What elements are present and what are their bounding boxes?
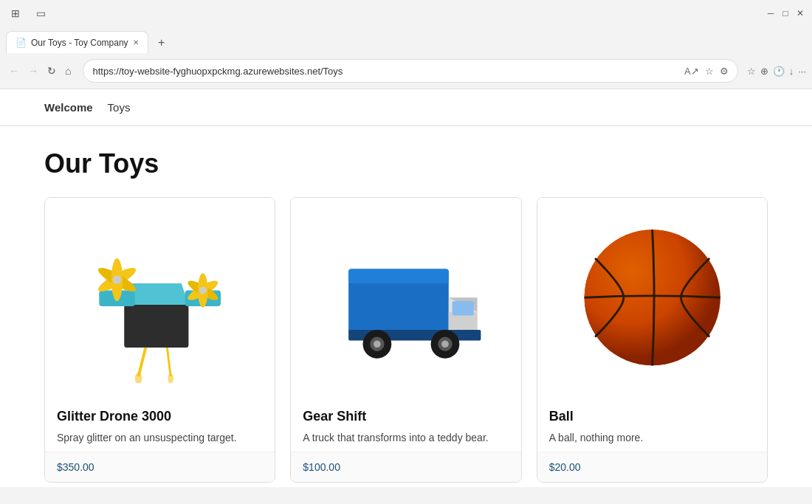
address-bar[interactable]: A↗ ☆ ⚙	[83, 59, 737, 83]
window-close-button[interactable]: ✕	[794, 7, 806, 19]
drone-price: $350.00	[45, 452, 275, 482]
browser-viewport: Welcome Toys Our Toys	[0, 89, 812, 487]
downloads-icon[interactable]: ↓	[789, 66, 794, 77]
tab-groups-icon[interactable]: ▭	[31, 4, 50, 23]
truck-svg	[306, 212, 506, 384]
window-controls: ─ □ ✕	[765, 7, 806, 19]
back-button[interactable]: ←	[6, 63, 22, 78]
svg-point-10	[113, 275, 122, 284]
tab-favicon: 📄	[16, 38, 27, 48]
ball-description: A ball, nothing more.	[549, 430, 755, 446]
site-navigation: Welcome Toys	[0, 89, 812, 126]
ball-image	[537, 198, 767, 397]
favorites-bar-icon[interactable]: ☆	[747, 66, 756, 77]
svg-rect-0	[124, 305, 188, 348]
svg-line-13	[167, 348, 171, 376]
toy-card-truck: Gear Shift A truck that transforms into …	[290, 197, 521, 483]
more-button[interactable]: ···	[798, 66, 806, 77]
drone-name: Glitter Drone 3000	[57, 409, 263, 424]
browser-window: ⊞ ▭ ─ □ ✕ 📄 Our Toys - Toy Company ✕ + ←…	[0, 0, 812, 487]
drone-image	[45, 198, 275, 397]
truck-description: A truck that transforms into a teddy bea…	[303, 430, 509, 446]
tab-close-button[interactable]: ✕	[133, 38, 139, 46]
truck-name: Gear Shift	[303, 409, 509, 424]
title-bar: ⊞ ▭ ─ □ ✕	[0, 0, 812, 27]
collections-icon[interactable]: ⊕	[760, 66, 768, 77]
svg-point-27	[374, 340, 381, 348]
truck-image	[291, 198, 520, 397]
truck-price: $100.00	[291, 452, 520, 482]
ball-name: Ball	[549, 409, 755, 424]
minimize-button[interactable]: ─	[765, 7, 777, 19]
tab-title: Our Toys - Toy Company	[31, 38, 128, 48]
new-tab-button[interactable]: +	[151, 32, 172, 53]
tab-bar: 📄 Our Toys - Toy Company ✕ +	[0, 27, 812, 53]
svg-rect-21	[453, 301, 474, 315]
svg-line-12	[139, 348, 146, 376]
active-tab[interactable]: 📄 Our Toys - Toy Company ✕	[6, 31, 148, 53]
ball-card-body: Ball A ball, nothing more.	[537, 397, 767, 452]
ball-price: $20.00	[537, 452, 767, 482]
svg-rect-17	[348, 269, 449, 283]
ball-svg	[552, 212, 752, 384]
truck-card-body: Gear Shift A truck that transforms into …	[291, 397, 520, 452]
refresh-button[interactable]: ↻	[44, 63, 59, 78]
svg-point-15	[168, 373, 173, 384]
toys-grid: Glitter Drone 3000 Spray glitter on an u…	[44, 197, 768, 483]
favorites-icon[interactable]: ☆	[705, 66, 714, 77]
drone-card-body: Glitter Drone 3000 Spray glitter on an u…	[45, 397, 275, 452]
toy-card-drone: Glitter Drone 3000 Spray glitter on an u…	[44, 197, 275, 483]
welcome-nav-link[interactable]: Welcome	[44, 101, 93, 114]
address-icons: A↗ ☆ ⚙	[684, 66, 729, 77]
toy-card-ball: Ball A ball, nothing more. $20.00	[537, 197, 768, 483]
workspaces-icon[interactable]: ⊞	[6, 4, 25, 23]
title-bar-left: ⊞ ▭	[6, 4, 50, 23]
home-button[interactable]: ⌂	[62, 63, 74, 78]
read-aloud-icon[interactable]: A↗	[684, 66, 699, 77]
maximize-button[interactable]: □	[780, 7, 791, 19]
drone-svg	[60, 212, 260, 384]
svg-point-28	[441, 340, 449, 348]
svg-point-14	[135, 373, 142, 384]
url-input[interactable]	[92, 66, 678, 77]
page-title: Our Toys	[44, 148, 768, 179]
toys-nav-link[interactable]: Toys	[108, 101, 131, 114]
history-icon[interactable]: 🕐	[773, 66, 785, 77]
forward-button[interactable]: →	[25, 63, 41, 78]
svg-point-11	[199, 286, 207, 294]
main-content: Our Toys	[0, 126, 812, 487]
drone-description: Spray glitter on an unsuspecting target.	[57, 430, 263, 446]
extensions-icon[interactable]: ⚙	[720, 66, 729, 77]
